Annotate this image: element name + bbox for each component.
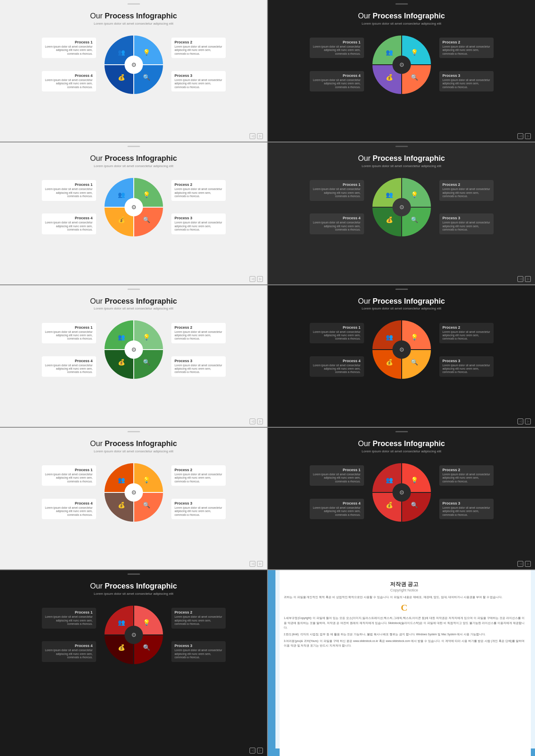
process-box-2-4: Process 4 Lorem ipsum dolor sit amet con… [310, 71, 364, 91]
slide-9: Our Process Infographic Lorem ipsum dolo… [0, 570, 267, 756]
process-text-3-1: Lorem ipsum dolor sit amet consectetur a… [45, 188, 93, 198]
nav-prev-8[interactable]: ◁ [517, 561, 523, 567]
process-box-9-3: Process 3 Lorem ipsum dolor sit amet con… [171, 641, 226, 662]
slide-subtitle-7: Lorem ipsum dolor sit amet consectetur a… [94, 449, 173, 453]
slide-2: Our Process Infographic Lorem ipsum dolo… [268, 0, 535, 142]
process-label-3-4: Process 4 [45, 216, 93, 220]
process-box-5-2: Process 2 Lorem ipsum dolor sit amet con… [171, 323, 226, 343]
slide-indicator-5 [127, 289, 140, 290]
process-text-5-2: Lorem ipsum dolor sit amet consectetur a… [175, 330, 222, 341]
svg-text:⚙: ⚙ [131, 204, 136, 211]
nav-next-3[interactable]: ▷ [257, 276, 263, 282]
svg-text:💡: 💡 [143, 619, 150, 626]
svg-text:💰: 💰 [117, 216, 125, 223]
nav-prev-3[interactable]: ◁ [250, 276, 255, 282]
process-text-5-4: Lorem ipsum dolor sit amet consectetur a… [45, 364, 93, 374]
process-text-3-4: Lorem ipsum dolor sit amet consectetur a… [45, 221, 93, 231]
slide-8: Our Process Infographic Lorem ipsum dolo… [268, 428, 535, 569]
slide-title-3: Our Process Infographic [90, 154, 177, 163]
process-label-1-1: Process 1 [45, 40, 93, 44]
slide-indicator-3 [127, 146, 140, 147]
process-label-4-2: Process 2 [443, 183, 490, 187]
infographic-4: Process 1 Lorem ipsum dolor sit amet con… [310, 174, 494, 241]
nav-next-4[interactable]: ▷ [525, 276, 531, 282]
process-label-3-1: Process 1 [45, 183, 93, 187]
svg-text:💡: 💡 [410, 191, 418, 198]
slide-3: Our Process Infographic Lorem ipsum dolo… [0, 142, 267, 284]
process-box-6-3: Process 3 Lorem ipsum dolor sit amet con… [439, 356, 494, 377]
nav-prev-1[interactable]: ◁ [250, 133, 255, 139]
infographic-9: Process 1 Lorem ipsum dolor sit amet con… [42, 601, 226, 668]
nav-next-8[interactable]: ▷ [525, 561, 531, 567]
infographic-2: Process 1 Lorem ipsum dolor sit amet con… [310, 31, 494, 98]
process-label-6-3: Process 3 [443, 359, 490, 363]
blue-bar-left [268, 570, 275, 756]
svg-text:⚙: ⚙ [131, 489, 136, 496]
nav-prev-2[interactable]: ◁ [517, 133, 523, 139]
process-label-5-3: Process 3 [175, 359, 222, 363]
process-label-2-1: Process 1 [313, 40, 361, 44]
process-box-3-2: Process 2 Lorem ipsum dolor sit amet con… [171, 180, 226, 200]
infographic-8: Process 1 Lorem ipsum dolor sit amet con… [310, 459, 494, 526]
svg-text:👥: 👥 [117, 477, 125, 484]
svg-text:⚙: ⚙ [131, 346, 136, 353]
slide-nav-9: ◁ ▷ [250, 748, 263, 753]
svg-text:🔍: 🔍 [143, 74, 150, 81]
process-label-6-2: Process 2 [443, 325, 490, 330]
nav-next-9[interactable]: ▷ [257, 748, 263, 753]
process-text-2-1: Lorem ipsum dolor sit amet consectetur a… [313, 45, 361, 56]
nav-next-1[interactable]: ▷ [257, 133, 263, 139]
slide-indicator-1 [127, 3, 140, 5]
process-label-6-1: Process 1 [313, 325, 361, 330]
slide-title-5: Our Process Infographic [90, 297, 177, 306]
nav-prev-5[interactable]: ◁ [250, 419, 255, 424]
slide-4: Our Process Infographic Lorem ipsum dolo… [268, 142, 535, 284]
process-text-3-2: Lorem ipsum dolor sit amet consectetur a… [175, 188, 222, 198]
pie-8: 💡 🔍 💰 👥 ⚙ [364, 459, 439, 526]
nav-next-6[interactable]: ▷ [525, 419, 531, 424]
nav-prev-6[interactable]: ◁ [517, 419, 523, 424]
process-label-1-4: Process 4 [45, 74, 93, 78]
infographic-6: Process 1 Lorem ipsum dolor sit amet con… [310, 316, 494, 383]
slide-subtitle-5: Lorem ipsum dolor sit amet consectetur a… [94, 307, 173, 310]
pie-7: 💡 🔍 💰 👥 ⚙ [96, 459, 171, 526]
copyright-para-4: 3.여러분(you)& 귀하(Yours): 이 파일을 구매 하신 분은 ww… [284, 639, 525, 648]
process-box-6-1: Process 1 Lorem ipsum dolor sit amet con… [310, 323, 364, 343]
svg-text:⚙: ⚙ [399, 61, 404, 68]
nav-prev-4[interactable]: ◁ [517, 276, 523, 282]
slide-nav-7: ◁ ▷ [250, 561, 263, 567]
pie-4: 💡 🔍 💰 👥 ⚙ [364, 174, 439, 241]
process-text-2-2: Lorem ipsum dolor sit amet consectetur a… [443, 45, 490, 56]
process-label-9-3: Process 3 [175, 644, 222, 648]
process-text-4-1: Lorem ipsum dolor sit amet consectetur a… [313, 188, 361, 198]
slide-indicator-8 [395, 431, 408, 432]
slide-title-2: Our Process Infographic [358, 12, 445, 21]
infographic-3: Process 1 Lorem ipsum dolor sit amet con… [42, 174, 226, 241]
nav-next-2[interactable]: ▷ [525, 133, 531, 139]
slide-title-7: Our Process Infographic [90, 439, 177, 449]
svg-text:👥: 👥 [117, 334, 125, 341]
slide-subtitle-2: Lorem ipsum dolor sit amet consectetur a… [362, 22, 441, 25]
process-label-3-2: Process 2 [175, 183, 222, 187]
process-label-1-2: Process 2 [175, 40, 222, 44]
slide-indicator-2 [395, 3, 408, 5]
process-label-4-1: Process 1 [313, 183, 361, 187]
copyright-title: 저작권 공고 [284, 581, 525, 588]
process-label-7-2: Process 2 [175, 468, 222, 472]
slide-6: Our Process Infographic Lorem ipsum dolo… [268, 285, 535, 427]
slide-1: Our Process Infographic Lorem ipsum dolo… [0, 0, 267, 142]
svg-text:👥: 👥 [385, 334, 393, 341]
slide-7: Our Process Infographic Lorem ipsum dolo… [0, 428, 267, 569]
process-text-1-2: Lorem ipsum dolor sit amet consectetur a… [175, 45, 222, 56]
process-label-9-4: Process 4 [45, 644, 93, 648]
svg-text:💡: 💡 [410, 334, 418, 341]
process-box-3-1: Process 1 Lorem ipsum dolor sit amet con… [42, 180, 96, 200]
nav-next-5[interactable]: ▷ [257, 419, 263, 424]
slide-subtitle-6: Lorem ipsum dolor sit amet consectetur a… [362, 307, 441, 310]
svg-text:👥: 👥 [385, 477, 393, 484]
slide-nav-5: ◁ ▷ [250, 419, 263, 424]
nav-next-7[interactable]: ▷ [257, 561, 263, 567]
nav-prev-9[interactable]: ◁ [250, 748, 255, 753]
nav-prev-7[interactable]: ◁ [250, 561, 255, 567]
process-text-6-4: Lorem ipsum dolor sit amet consectetur a… [313, 364, 361, 374]
